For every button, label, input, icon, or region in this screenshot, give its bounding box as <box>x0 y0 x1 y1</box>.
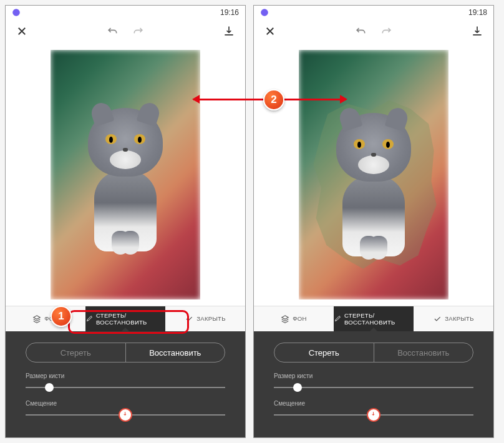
viber-icon <box>12 8 21 17</box>
brush-size-control: Размер кисти <box>274 372 473 392</box>
status-bar: 19:18 <box>254 6 493 19</box>
layers-icon <box>32 314 41 323</box>
hand-icon[interactable] <box>119 408 132 422</box>
tab-label: СТЕРЕТЬ/ВОССТАНОВИТЬ <box>96 312 165 326</box>
tab-label: ЗАКРЫТЬ <box>445 315 474 322</box>
undo-button[interactable] <box>353 24 368 39</box>
offset-slider[interactable] <box>274 410 473 420</box>
slider-label: Размер кисти <box>274 372 473 379</box>
mode-toggle: Стереть Восстановить <box>274 343 473 363</box>
download-button[interactable] <box>470 24 485 39</box>
tab-background[interactable]: ФОН <box>6 306 85 331</box>
toggle-erase[interactable]: Стереть <box>26 343 126 362</box>
toggle-label: Стереть <box>309 348 339 358</box>
tab-bar: ФОН СТЕРЕТЬ/ВОССТАНОВИТЬ ЗАКРЫТЬ <box>254 306 493 331</box>
tab-label: ФОН <box>293 315 306 322</box>
toggle-label: Стереть <box>61 348 91 358</box>
slider-label: Размер кисти <box>26 372 225 379</box>
slider-label: Смещение <box>274 400 473 407</box>
viber-icon <box>260 8 269 17</box>
controls-panel: Стереть Восстановить Размер кисти Смещен… <box>254 331 493 437</box>
status-bar: 19:16 <box>6 6 245 19</box>
brush-size-control: Размер кисти <box>26 372 225 392</box>
slider-label: Смещение <box>26 400 225 407</box>
tab-bar: ФОН СТЕРЕТЬ/ВОССТАНОВИТЬ ЗАКРЫТЬ <box>6 306 245 331</box>
offset-control: Смещение <box>274 400 473 420</box>
image-canvas[interactable] <box>299 50 448 299</box>
tab-close[interactable]: ЗАКРЫТЬ <box>165 306 245 331</box>
image-canvas[interactable] <box>51 50 200 299</box>
tab-background[interactable]: ФОН <box>254 306 334 331</box>
toggle-label: Восстановить <box>149 348 201 358</box>
screen-left: 19:16 <box>5 5 246 438</box>
toggle-restore[interactable]: Восстановить <box>374 343 473 362</box>
offset-control: Смещение <box>26 400 225 420</box>
canvas-area[interactable] <box>6 44 245 306</box>
brush-icon <box>334 314 341 323</box>
redo-button[interactable] <box>379 24 394 39</box>
toggle-restore[interactable]: Восстановить <box>126 343 225 362</box>
close-button[interactable] <box>263 24 278 39</box>
hand-icon[interactable] <box>367 408 380 422</box>
redo-button[interactable] <box>131 24 146 39</box>
check-icon <box>433 314 442 323</box>
brush-icon <box>85 314 93 323</box>
brush-size-slider[interactable] <box>26 382 225 392</box>
offset-slider[interactable] <box>26 410 225 420</box>
cat-subject <box>69 108 182 251</box>
status-time: 19:16 <box>220 8 239 17</box>
tab-erase-restore[interactable]: СТЕРЕТЬ/ВОССТАНОВИТЬ <box>334 306 414 331</box>
undo-button[interactable] <box>105 24 120 39</box>
tab-erase-restore[interactable]: СТЕРЕТЬ/ВОССТАНОВИТЬ <box>85 306 165 331</box>
top-toolbar <box>254 19 493 44</box>
mode-toggle: Стереть Восстановить <box>26 343 225 363</box>
tab-label: ФОН <box>44 315 58 322</box>
tab-close[interactable]: ЗАКРЫТЬ <box>414 306 493 331</box>
tab-label: СТЕРЕТЬ/ВОССТАНОВИТЬ <box>344 312 414 326</box>
controls-panel: Стереть Восстановить Размер кисти Смещен… <box>6 331 245 437</box>
canvas-area[interactable] <box>254 44 493 306</box>
status-time: 19:18 <box>468 8 487 17</box>
brush-size-slider[interactable] <box>274 382 473 392</box>
svg-point-1 <box>261 9 268 16</box>
svg-point-0 <box>12 9 20 16</box>
tab-label: ЗАКРЫТЬ <box>196 315 226 322</box>
cat-subject <box>317 113 430 256</box>
screen-right: 19:18 <box>253 5 494 438</box>
toggle-label: Восстановить <box>397 348 449 358</box>
download-button[interactable] <box>221 24 236 39</box>
top-toolbar <box>6 19 245 44</box>
close-button[interactable] <box>14 24 29 39</box>
check-icon <box>185 314 193 323</box>
toggle-erase[interactable]: Стереть <box>274 343 374 362</box>
layers-icon <box>281 314 289 323</box>
